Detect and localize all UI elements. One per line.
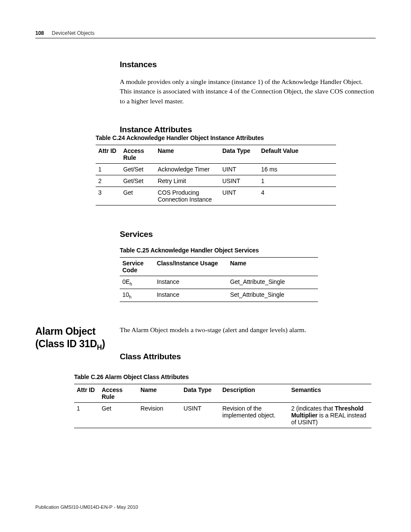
th-usage: Class/Instance Usage <box>154 258 227 276</box>
chapter-title: DeviceNet Objects <box>52 30 94 36</box>
page-header: 108 DeviceNet Objects <box>35 30 376 38</box>
caption-c25: Table C.25 Acknowledge Handler Object Se… <box>120 247 376 254</box>
th-desc: Description <box>220 384 289 403</box>
heading-services: Services <box>120 230 376 239</box>
heading-instance-attributes: Instance Attributes <box>120 125 376 134</box>
table-c25: Service Code Class/Instance Usage Name 0… <box>120 257 318 302</box>
th-access: Access Rule <box>99 384 138 403</box>
table-row: 1 Get Revision USINT Revision of the imp… <box>74 403 371 428</box>
table-row: 3 Get COS Producing Connection Instance … <box>96 187 336 205</box>
th-attr-id: Attr ID <box>74 384 99 403</box>
caption-c26: Table C.26 Alarm Object Class Attributes <box>74 373 376 380</box>
side-heading-alarm: Alarm Object (Class ID 31DH) <box>35 325 108 352</box>
section-instances: Instances A module provides only a singl… <box>120 60 376 106</box>
heading-instances: Instances <box>120 60 376 69</box>
page-number: 108 <box>35 30 44 36</box>
th-name: Name <box>227 258 318 276</box>
th-service-code: Service Code <box>120 258 154 276</box>
table-row: 1 Get/Set Acknowledge Timer UINT 16 ms <box>96 164 336 175</box>
th-name: Name <box>138 384 181 403</box>
body-instances: A module provides only a single instance… <box>120 77 376 106</box>
section-instance-attributes: Instance Attributes <box>120 125 376 134</box>
table-row: 2 Get/Set Retry Limit USINT 1 <box>96 175 336 187</box>
section-services: Services Table C.25 Acknowledge Handler … <box>120 230 376 302</box>
footer-publication: Publication GMSI10-UM014D-EN-P - May 201… <box>35 504 138 510</box>
table-row: 0Eh Instance Get_Attribute_Single <box>120 276 318 289</box>
body-alarm-intro: The Alarm Object models a two-stage (ale… <box>120 325 376 335</box>
table-row: 10h Instance Set_Attribute_Single <box>120 289 318 302</box>
heading-class-attributes: Class Attributes <box>120 352 376 361</box>
th-dtype: Data Type <box>181 384 220 403</box>
table-c26: Attr ID Access Rule Name Data Type Descr… <box>74 384 371 428</box>
th-sem: Semantics <box>289 384 371 403</box>
